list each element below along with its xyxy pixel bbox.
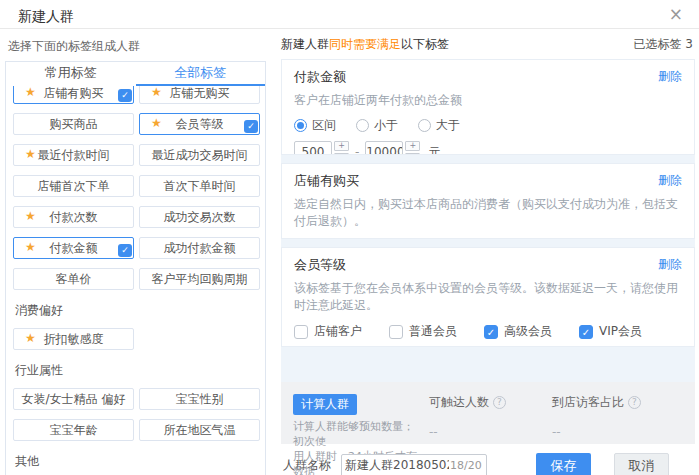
- section-header-consume-preference: 消费偏好: [15, 302, 265, 319]
- tag-item[interactable]: ★最近付款时间✓: [13, 144, 134, 166]
- tag-item[interactable]: ★店铺首次下单✓: [13, 175, 134, 197]
- tag-item[interactable]: ★女装/女士精品 偏好✓: [13, 388, 134, 410]
- modal-title: 新建人群: [18, 8, 74, 24]
- radio-less-than[interactable]: 小于: [356, 117, 398, 134]
- range-type-radios: 区间 小于 大于: [294, 117, 682, 134]
- radio-label: 大于: [436, 117, 460, 134]
- checkbox-store-customer[interactable]: ✓店铺客户: [294, 323, 375, 340]
- check-icon: ✓: [118, 244, 132, 257]
- tag-label: 所在地区气温: [164, 422, 236, 439]
- tag-item[interactable]: ★会员等级✓: [139, 113, 260, 135]
- checkbox-icon: ✓: [389, 325, 403, 339]
- tag-label: 最近付款时间: [38, 147, 110, 164]
- radio-icon: [356, 119, 369, 132]
- tag-item[interactable]: ★店铺有购买✓: [13, 86, 134, 104]
- plus-button[interactable]: +: [405, 141, 420, 151]
- tag-item[interactable]: ★成功付款金额✓: [139, 237, 260, 259]
- checkbox-icon: ✓: [294, 325, 308, 339]
- delete-link[interactable]: 删除: [658, 68, 682, 86]
- tag-list-scroll[interactable]: ★店铺有购买✓ ★店铺无购买✓ ★购买商品✓ ★会员等级✓ ★最近付款时间✓ ★…: [6, 86, 265, 475]
- tag-grid-main: ★店铺有购买✓ ★店铺无购买✓ ★购买商品✓ ★会员等级✓ ★最近付款时间✓ ★…: [13, 86, 265, 290]
- tag-label: 成功交易次数: [164, 209, 236, 226]
- checkbox-regular-member[interactable]: ✓普通会员: [389, 323, 470, 340]
- stat-visitor-ratio: 到店访客占比? --: [552, 394, 641, 439]
- selected-tags-panel: 新建人群同时需要满足以下标签 已选标签 3 付款金额 删除 客户在店铺近两年付款…: [273, 29, 699, 475]
- tag-item[interactable]: ★成功交易次数✓: [139, 206, 260, 228]
- close-icon[interactable]: ×: [669, 6, 683, 23]
- tag-item[interactable]: ★宝宝年龄✓: [13, 419, 134, 441]
- tag-label: 成功付款金额: [164, 240, 236, 257]
- card-member-level: 会员等级 删除 该标签基于您在会员体系中设置的会员等级。该数据延迟一天，请您使用…: [281, 247, 695, 347]
- crowd-name-input[interactable]: [345, 459, 449, 473]
- tag-picker-instruction: 选择下面的标签组成人群: [0, 29, 273, 61]
- tag-item[interactable]: ★首次下单时间✓: [139, 175, 260, 197]
- delete-link[interactable]: 删除: [658, 256, 682, 274]
- tag-grid-consume: ★折扣敏感度✓: [13, 328, 265, 350]
- tag-item[interactable]: ★折扣敏感度✓: [13, 328, 134, 350]
- tab-all-tags[interactable]: 全部标签: [136, 62, 266, 86]
- max-amount-input[interactable]: 100000: [365, 141, 403, 155]
- tag-label: 宝宝性别: [176, 391, 224, 408]
- amount-range-inputs: 500 +− - 100000 +− 元: [294, 141, 682, 155]
- tag-grid-industry: ★女装/女士精品 偏好✓ ★宝宝性别✓ ★宝宝年龄✓ ★所在地区气温✓: [13, 388, 265, 441]
- star-icon: ★: [151, 117, 162, 129]
- card-store-purchase: 店铺有购买 删除 选定自然日内，购买过本店商品的消费者（购买以支付成功为准，包括…: [281, 163, 695, 239]
- checkbox-vip-member[interactable]: ✓VIP会员: [579, 323, 642, 340]
- modal-body: 选择下面的标签组成人群 常用标签 全部标签 ★店铺有购买✓ ★店铺无购买✓ ★购…: [0, 29, 699, 475]
- tag-label: 付款金额: [50, 240, 98, 257]
- plus-button[interactable]: +: [334, 141, 349, 151]
- checkbox-label: 高级会员: [504, 323, 552, 340]
- star-icon: ★: [25, 332, 36, 344]
- tag-label: 店铺无购买: [170, 86, 230, 102]
- minus-button[interactable]: −: [405, 153, 420, 155]
- tag-item[interactable]: ★最近成功交易时间✓: [139, 144, 260, 166]
- radio-icon: [294, 119, 307, 132]
- tag-item[interactable]: ★客户平均回购周期✓: [139, 268, 260, 290]
- modal-header: 新建人群 ×: [0, 0, 699, 29]
- tag-item[interactable]: ★店铺无购买✓: [139, 86, 260, 104]
- right-header-text: 新建人群同时需要满足以下标签: [281, 36, 449, 53]
- delete-link[interactable]: 删除: [658, 172, 682, 190]
- tag-label: 会员等级: [176, 116, 224, 133]
- card-title: 付款金额: [294, 68, 346, 86]
- unit-label: 元: [428, 144, 440, 156]
- radio-interval[interactable]: 区间: [294, 117, 336, 134]
- help-icon[interactable]: ?: [628, 396, 641, 409]
- tag-label: 付款次数: [50, 209, 98, 226]
- selected-count: 已选标签 3: [634, 36, 693, 53]
- check-icon: ✓: [118, 89, 132, 102]
- tag-label: 宝宝年龄: [50, 422, 98, 439]
- card-title: 店铺有购买: [294, 172, 359, 190]
- tab-common-tags[interactable]: 常用标签: [6, 62, 136, 86]
- tag-item[interactable]: ★付款金额✓: [13, 237, 134, 259]
- max-amount-stepper: 100000 +−: [365, 141, 420, 155]
- radio-greater-than[interactable]: 大于: [418, 117, 460, 134]
- min-amount-input[interactable]: 500: [294, 141, 332, 155]
- tag-label: 店铺有购买: [44, 86, 104, 102]
- stat-value: --: [429, 425, 506, 439]
- tag-label: 店铺首次下单: [38, 178, 110, 195]
- calc-note-line1: 计算人群能够预知数量；初次使: [293, 419, 423, 449]
- checkbox-advanced-member[interactable]: ✓高级会员: [484, 323, 565, 340]
- card-title: 会员等级: [294, 256, 346, 274]
- tag-item[interactable]: ★宝宝性别✓: [139, 388, 260, 410]
- calc-crowd-button[interactable]: 计算人群: [293, 394, 357, 415]
- check-icon: ✓: [244, 120, 258, 133]
- help-icon[interactable]: ?: [493, 396, 506, 409]
- tag-item[interactable]: ★付款次数✓: [13, 206, 134, 228]
- section-header-industry: 行业属性: [15, 362, 265, 379]
- section-header-other: 其他: [15, 453, 265, 470]
- calc-footer: 计算人群 计算人群能够预知数量；初次使 用人群时，24小时后才有数据 可触达人数…: [281, 382, 695, 444]
- cancel-button[interactable]: 取消: [614, 453, 669, 475]
- tag-item[interactable]: ★购买商品✓: [13, 113, 134, 135]
- range-dash: -: [355, 145, 359, 155]
- card-desc: 客户在店铺近两年付款的总金额: [294, 92, 682, 109]
- tag-item[interactable]: ★客单价✓: [13, 268, 134, 290]
- card-desc: 该标签基于您在会员体系中设置的会员等级。该数据延迟一天，请您使用时注意此延迟。: [294, 280, 682, 314]
- tag-label: 最近成功交易时间: [152, 147, 248, 164]
- radio-label: 小于: [374, 117, 398, 134]
- tag-label: 购买商品: [50, 116, 98, 133]
- save-button[interactable]: 保存: [536, 453, 591, 475]
- tag-item[interactable]: ★所在地区气温✓: [139, 419, 260, 441]
- minus-button[interactable]: −: [334, 153, 349, 155]
